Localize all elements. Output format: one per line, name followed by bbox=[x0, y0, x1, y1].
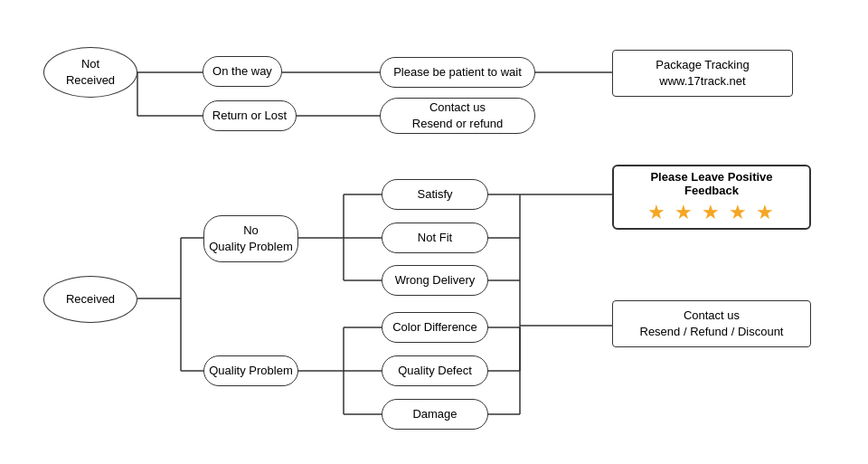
contact-resend-refund-discount-label: Contact us Resend / Refund / Discount bbox=[640, 308, 784, 340]
color-difference-node: Color Difference bbox=[382, 312, 488, 343]
wrong-delivery-node: Wrong Delivery bbox=[382, 265, 488, 296]
satisfy-node: Satisfy bbox=[382, 179, 488, 210]
please-be-patient-node: Please be patient to wait bbox=[380, 57, 535, 88]
quality-problem-node: Quality Problem bbox=[203, 355, 298, 386]
not-fit-node: Not Fit bbox=[382, 223, 488, 253]
package-tracking-label: Package Tracking www.17track.net bbox=[656, 57, 749, 90]
quality-defect-label: Quality Defect bbox=[398, 363, 472, 379]
damage-label: Damage bbox=[412, 406, 457, 422]
stars-icon: ★ ★ ★ ★ ★ bbox=[647, 201, 776, 224]
return-or-lost-label: Return or Lost bbox=[212, 108, 287, 124]
quality-defect-node: Quality Defect bbox=[382, 355, 488, 386]
please-be-patient-label: Please be patient to wait bbox=[393, 64, 522, 80]
color-difference-label: Color Difference bbox=[392, 319, 477, 336]
return-or-lost-node: Return or Lost bbox=[203, 100, 297, 131]
quality-problem-label: Quality Problem bbox=[209, 363, 292, 379]
feedback-title: Please Leave Positive Feedback bbox=[623, 170, 800, 197]
not-fit-label: Not Fit bbox=[418, 230, 452, 246]
on-the-way-node: On the way bbox=[203, 56, 282, 87]
received-label: Received bbox=[66, 291, 115, 308]
wrong-delivery-label: Wrong Delivery bbox=[395, 272, 476, 289]
package-tracking-node: Package Tracking www.17track.net bbox=[612, 50, 793, 97]
feedback-box: Please Leave Positive Feedback ★ ★ ★ ★ ★ bbox=[612, 165, 811, 230]
contact-resend-refund-discount-node: Contact us Resend / Refund / Discount bbox=[612, 300, 811, 347]
contact-resend-refund-label: Contact us Resend or refund bbox=[412, 99, 503, 132]
no-quality-problem-node: No Quality Problem bbox=[203, 215, 298, 262]
no-quality-problem-label: No Quality Problem bbox=[209, 223, 292, 255]
damage-node: Damage bbox=[382, 399, 488, 430]
contact-resend-refund-node: Contact us Resend or refund bbox=[380, 98, 535, 134]
not-received-node: Not Received bbox=[43, 47, 137, 98]
not-received-label: Not Received bbox=[66, 56, 115, 89]
satisfy-label: Satisfy bbox=[417, 186, 452, 203]
on-the-way-label: On the way bbox=[212, 63, 272, 80]
received-node: Received bbox=[43, 276, 137, 323]
